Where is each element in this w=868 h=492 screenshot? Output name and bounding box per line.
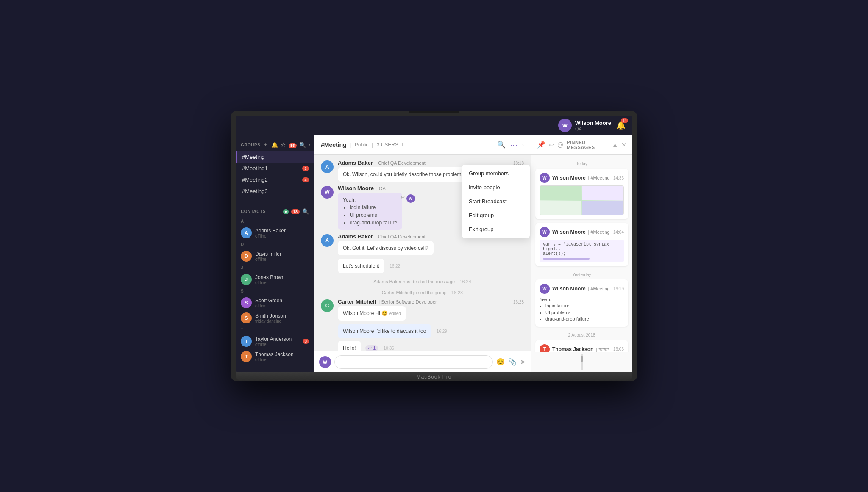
pinned-code-block: var s = "JavaScript syntax highl...alert…	[540, 240, 624, 262]
contact-avatar: T	[241, 351, 252, 362]
send-icon[interactable]: ➤	[520, 358, 526, 366]
letter-t: T	[236, 326, 314, 334]
hello-time: 10:36	[384, 346, 394, 351]
pinned-panel: 📌 ↩ @ PINNED MESSAGES ▲ ✕ Today	[531, 135, 632, 372]
emoji-icon[interactable]: 😊	[496, 358, 505, 366]
pinned-panel-icons: ▲ ✕	[612, 141, 626, 148]
contacts-online-badge: ●	[283, 209, 289, 214]
contact-thomas-jackson[interactable]: T Thomas Jackson offline	[236, 349, 314, 364]
pinned-scroll-bar[interactable]	[531, 352, 632, 372]
system-message: Carter Mitchell joined the group 16:28	[321, 287, 524, 298]
more-options-icon[interactable]: ⋯	[510, 140, 517, 149]
pinned-date-today: Today	[535, 159, 628, 169]
pinned-header: 📌 ↩ @ PINNED MESSAGES ▲ ✕	[531, 135, 632, 155]
divider-pipe: |	[350, 142, 351, 148]
app-layout: GROUPS ＋ 🔔 ☆ 85 🔍 ‹ #M	[236, 135, 632, 372]
screen: W Wilson Moore QA 🔔 24 GROUPS	[236, 116, 632, 372]
group-meeting3[interactable]: #Meeting3	[236, 185, 314, 197]
pinned-avatar: T	[540, 344, 550, 352]
contact-adams-baker[interactable]: A Adams Baker offline	[236, 225, 314, 240]
letter-j: J	[236, 264, 314, 272]
message-bubble: Ok. Wilson, could you briefly describe t…	[338, 167, 472, 182]
pinned-image-preview	[540, 185, 624, 215]
add-group-icon[interactable]: ＋	[263, 141, 269, 149]
group-meeting2[interactable]: #Meeting2 4	[236, 174, 314, 185]
pinned-avatar: W	[540, 284, 550, 294]
dropdown-group-members[interactable]: Group members	[462, 166, 530, 180]
reply-msg-row: Wilson Moore I'd like to discuss it too …	[338, 324, 524, 338]
pinned-scroll-up[interactable]: ▲	[612, 141, 618, 148]
user-role: QA	[575, 126, 611, 131]
reply-icon[interactable]: ↩	[401, 194, 405, 203]
chat-input-area: W 😊 📎 ➤	[314, 351, 531, 372]
pinned-reply-icon[interactable]: ↩	[549, 141, 554, 148]
contacts-count-badge: 18	[291, 209, 299, 214]
groups-badge-icon[interactable]: 85	[289, 142, 297, 148]
message-input[interactable]	[334, 355, 493, 369]
sidebar: GROUPS ＋ 🔔 ☆ 85 🔍 ‹ #M	[236, 135, 314, 372]
user-info: W Wilson Moore QA	[558, 119, 611, 132]
attachment-icon[interactable]: 📎	[508, 358, 517, 366]
search-contacts-icon[interactable]: 🔍	[302, 208, 309, 215]
pinned-date-yesterday: Yesterday	[535, 270, 628, 279]
dropdown-start-broadcast[interactable]: Start Broadcast	[462, 194, 530, 208]
notification-groups-icon[interactable]: 🔔	[271, 142, 278, 148]
pinned-item-file: T Thomas Jackson | #### 16:03 📄 july-Tho…	[535, 340, 628, 352]
pinned-at-icon[interactable]: @	[557, 141, 563, 148]
reply-time: 16:29	[437, 329, 447, 334]
groups-section: GROUPS ＋ 🔔 ☆ 85 🔍 ‹ #M	[236, 135, 314, 200]
meeting1-badge: 1	[302, 166, 309, 171]
search-groups-icon[interactable]: 🔍	[299, 142, 306, 148]
chat-header-icons: 🔍 ⋯ ›	[497, 140, 524, 149]
notification-badge: 24	[621, 118, 628, 123]
contact-smith-jonson[interactable]: S Smith Jonson friday dancing	[236, 310, 314, 326]
msg-avatar: A	[321, 160, 334, 173]
search-chat-icon[interactable]: 🔍	[497, 141, 506, 149]
msg-avatar: C	[321, 299, 334, 312]
dropdown-invite-people[interactable]: Invite people	[462, 180, 530, 194]
laptop-base: MacBook Pro	[236, 372, 632, 381]
contact-avatar: D	[241, 251, 252, 262]
msg-body: Carter Mitchell | Senior Software Develo…	[338, 299, 524, 321]
group-meeting[interactable]: #Meeting	[236, 151, 314, 163]
pinned-date-aug2: 2 August 2018	[535, 330, 628, 340]
contact-avatar: T	[241, 336, 252, 347]
contact-jones-brown[interactable]: J Jones Brown offline	[236, 272, 314, 287]
pinned-item-code: W Wilson Moore | #Meeting 14:04 var s = …	[535, 223, 628, 266]
schedule-bubble: Let's schedule it	[338, 259, 384, 273]
close-panel-icon[interactable]: ›	[522, 141, 524, 149]
dropdown-edit-group[interactable]: Edit group	[462, 208, 530, 222]
collapse-icon[interactable]: ‹	[309, 142, 311, 148]
pinned-avatar: W	[540, 227, 550, 237]
contact-scott-green[interactable]: S Scott Green offline	[236, 295, 314, 310]
pinned-title: PINNED MESSAGES	[567, 140, 609, 150]
hello-reaction[interactable]: ↩ 1	[365, 345, 378, 351]
user-name: Wilson Moore	[575, 120, 611, 126]
pinned-item-list: W Wilson Moore | #Meeting 16:19 Yeah. lo…	[535, 279, 628, 327]
channel-name: #Meeting	[321, 141, 347, 148]
top-bar: W Wilson Moore QA 🔔 24	[236, 116, 632, 135]
group-meeting1[interactable]: #Meeting1 1	[236, 163, 314, 174]
contact-davis-miller[interactable]: D Davis miller offline	[236, 249, 314, 264]
message-bubble: Wilson Moore Hi 😊 edited	[338, 306, 406, 321]
laptop-shell: W Wilson Moore QA 🔔 24 GROUPS	[231, 111, 637, 381]
reaction-avatar: W	[406, 194, 415, 203]
channel-meta: Public | 3 USERS ℹ	[355, 142, 404, 148]
divider	[236, 203, 314, 203]
notification-bell[interactable]: 🔔 24	[616, 121, 626, 130]
groups-header: GROUPS ＋ 🔔 ☆ 85 🔍 ‹	[236, 138, 314, 151]
message-bubble: Ok. Got it. Let's discuss by video call?	[338, 241, 434, 255]
contact-avatar: A	[241, 227, 252, 238]
contact-taylor-anderson[interactable]: T Taylor Anderson offline 3	[236, 334, 314, 349]
dropdown-exit-group[interactable]: Exit group	[462, 222, 530, 236]
msg-actions-icons: ↩ W	[401, 194, 415, 203]
hello-bubble: Hello!	[338, 341, 361, 351]
pinned-item-image: W Wilson Moore | #Meeting 14:33	[535, 169, 628, 219]
pinned-close[interactable]: ✕	[621, 141, 626, 148]
input-avatar: W	[319, 356, 331, 368]
star-icon[interactable]: ☆	[281, 142, 286, 148]
meeting2-badge: 4	[302, 177, 309, 182]
schedule-time: 16:22	[389, 264, 400, 268]
contacts-header: CONTACTS ● 18 🔍	[236, 206, 314, 217]
dropdown-menu: Group members Invite people Start Broadc…	[462, 165, 530, 238]
